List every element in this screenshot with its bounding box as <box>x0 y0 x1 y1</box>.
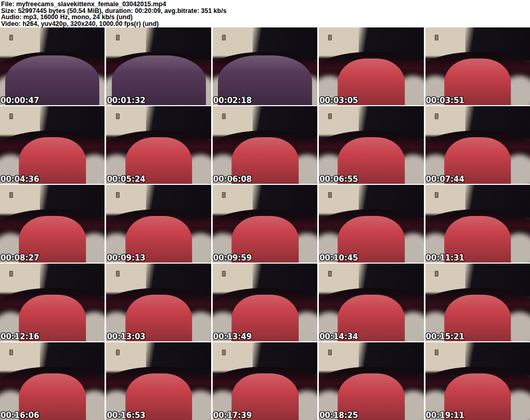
video-contact-sheet: File: myfreecams_slavekittenx_female_030… <box>0 0 530 420</box>
video-frame-placeholder <box>319 342 423 420</box>
thermostat-mark <box>222 192 226 198</box>
thermostat-mark <box>116 192 120 198</box>
video-thumbnail: 00:06:55 <box>319 106 423 184</box>
video-thumbnail: 00:13:03 <box>106 264 211 341</box>
thermostat-mark <box>328 271 332 277</box>
video-thumbnail: 00:02:18 <box>213 27 317 105</box>
timestamp-label: 00:06:55 <box>319 175 358 183</box>
video-frame-placeholder <box>425 342 530 420</box>
video-thumbnail: 00:03:05 <box>319 27 423 105</box>
timestamp-label: 00:00:47 <box>1 96 39 105</box>
thermostat-mark <box>328 350 332 355</box>
video-thumbnail: 00:04:36 <box>0 106 105 184</box>
video-thumbnail: 00:16:53 <box>106 342 211 420</box>
video-frame-placeholder <box>319 264 423 341</box>
thermostat-mark <box>116 350 120 355</box>
timestamp-label: 00:13:03 <box>107 332 145 341</box>
video-thumbnail: 00:05:24 <box>106 106 211 184</box>
video-frame-placeholder <box>425 106 530 184</box>
video-frame-placeholder <box>213 185 317 263</box>
thermostat-mark <box>435 350 438 355</box>
timestamp-label: 00:02:18 <box>213 96 252 105</box>
timestamp-label: 00:09:13 <box>107 254 145 262</box>
video-thumbnail: 00:11:31 <box>425 185 530 263</box>
video-thumbnail: 00:15:21 <box>425 264 530 341</box>
video-frame-placeholder <box>425 264 530 341</box>
video-frame-placeholder <box>0 27 105 105</box>
timestamp-label: 00:11:31 <box>426 254 465 262</box>
video-thumbnail: 00:07:44 <box>425 106 530 184</box>
thermostat-mark <box>328 113 332 119</box>
timestamp-label: 00:03:51 <box>426 96 465 105</box>
video-frame-placeholder <box>0 185 105 263</box>
video-frame-placeholder <box>425 185 530 263</box>
thermostat-mark <box>9 35 13 40</box>
timestamp-label: 00:01:32 <box>107 96 145 105</box>
thermostat-mark <box>116 113 120 119</box>
timestamp-label: 00:03:05 <box>319 96 358 105</box>
thermostat-mark <box>435 271 438 277</box>
video-thumbnail: 00:09:59 <box>213 185 317 263</box>
thermostat-mark <box>222 113 226 119</box>
video-frame-placeholder <box>213 264 317 341</box>
thermostat-mark <box>328 192 332 198</box>
timestamp-label: 00:10:45 <box>319 254 358 262</box>
thermostat-mark <box>328 35 332 40</box>
video-frame-placeholder <box>0 264 105 341</box>
timestamp-label: 00:17:39 <box>213 411 252 419</box>
thermostat-mark <box>222 271 226 277</box>
video-thumbnail: 00:17:39 <box>213 342 317 420</box>
video-thumbnail: 00:06:08 <box>213 106 317 184</box>
timestamp-label: 00:16:53 <box>107 411 145 419</box>
video-thumbnail: 00:08:27 <box>0 185 105 263</box>
video-frame-placeholder <box>213 342 317 420</box>
timestamp-label: 00:14:34 <box>319 332 358 341</box>
video-thumbnail: 00:18:25 <box>319 342 423 420</box>
timestamp-label: 00:15:21 <box>426 332 465 341</box>
thermostat-mark <box>9 271 13 277</box>
audio-info-line: Audio: mp3, 16000 Hz, mono, 24 kb/s (und… <box>1 14 530 21</box>
thermostat-mark <box>435 35 438 40</box>
video-frame-placeholder <box>106 185 211 263</box>
timestamp-label: 00:19:11 <box>426 411 465 419</box>
timestamp-label: 00:12:16 <box>1 332 39 341</box>
video-thumbnail: 00:03:51 <box>425 27 530 105</box>
video-frame-placeholder <box>106 264 211 341</box>
video-thumbnail: 00:16:06 <box>0 342 105 420</box>
video-thumbnail: 00:14:34 <box>319 264 423 341</box>
thermostat-mark <box>222 350 226 355</box>
thermostat-mark <box>222 35 226 40</box>
video-frame-placeholder <box>213 106 317 184</box>
media-info-header: File: myfreecams_slavekittenx_female_030… <box>0 0 530 27</box>
video-thumbnail: 00:00:47 <box>0 27 105 105</box>
thermostat-mark <box>116 35 120 40</box>
timestamp-label: 00:04:36 <box>1 175 39 183</box>
video-thumbnail: 00:10:45 <box>319 185 423 263</box>
timestamp-label: 00:09:59 <box>213 254 252 262</box>
video-thumbnail: 00:19:11 <box>425 342 530 420</box>
timestamp-label: 00:06:08 <box>213 175 252 183</box>
video-thumbnail: 00:09:13 <box>106 185 211 263</box>
thermostat-mark <box>9 350 13 355</box>
thermostat-mark <box>116 271 120 277</box>
video-frame-placeholder <box>106 27 211 105</box>
video-frame-placeholder <box>213 27 317 105</box>
video-thumbnail: 00:01:32 <box>106 27 211 105</box>
timestamp-label: 00:05:24 <box>107 175 145 183</box>
video-frame-placeholder <box>319 185 423 263</box>
video-frame-placeholder <box>0 342 105 420</box>
video-frame-placeholder <box>0 106 105 184</box>
timestamp-label: 00:18:25 <box>319 411 358 419</box>
video-frame-placeholder <box>319 27 423 105</box>
video-frame-placeholder <box>425 27 530 105</box>
video-info-line: Video: h264, yuv420p, 320x240, 1000.00 f… <box>1 21 530 27</box>
timestamp-label: 00:07:44 <box>426 175 465 183</box>
timestamp-label: 00:08:27 <box>1 254 39 262</box>
thermostat-mark <box>9 192 13 198</box>
video-frame-placeholder <box>319 106 423 184</box>
timestamp-label: 00:13:49 <box>213 332 252 341</box>
video-thumbnail: 00:13:49 <box>213 264 317 341</box>
video-frame-placeholder <box>106 106 211 184</box>
video-thumbnail: 00:12:16 <box>0 264 105 341</box>
file-info-line: File: myfreecams_slavekittenx_female_030… <box>1 1 530 8</box>
